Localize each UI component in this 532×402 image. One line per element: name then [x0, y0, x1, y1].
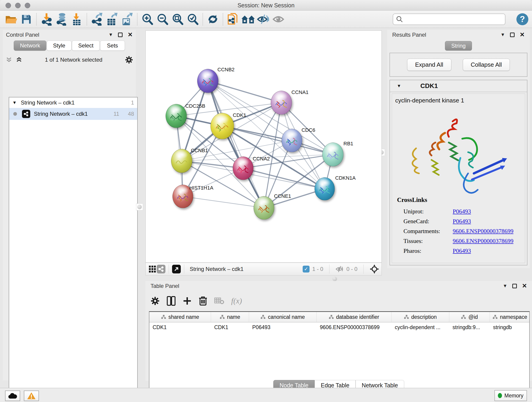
gear-icon[interactable]: [125, 56, 133, 64]
collapse-entry-caret-icon[interactable]: ▼: [397, 83, 401, 89]
refresh-layout-button[interactable]: [205, 12, 220, 26]
entry-header[interactable]: ▼ CDK1: [390, 80, 527, 92]
network-canvas[interactable]: CCNB2CCNA1CDC25BCDK1CDC6RB1CCNB1CCNA2CDK…: [146, 31, 382, 263]
cloud-status-button[interactable]: [5, 390, 20, 401]
column-header--id[interactable]: @id: [449, 312, 490, 322]
help-button[interactable]: ?: [516, 13, 528, 25]
panel-menu-caret-icon[interactable]: ▼: [500, 32, 505, 37]
table-cell: stringdb: [490, 322, 530, 332]
crosslink-link[interactable]: 9606.ENSP00000378699: [453, 238, 513, 245]
grid-view-icon[interactable]: [148, 265, 157, 274]
toolbar-separator: [137, 13, 138, 26]
column-header-namespace[interactable]: namespace: [490, 312, 530, 322]
close-panel-icon[interactable]: ✕: [520, 31, 525, 38]
save-session-button[interactable]: [19, 12, 34, 26]
network-node-cdc25b[interactable]: [166, 104, 187, 128]
open-in-window-icon[interactable]: [172, 265, 181, 274]
tab-style[interactable]: Style: [47, 41, 71, 51]
column-header-description[interactable]: description: [392, 312, 449, 322]
export-image-button[interactable]: [120, 12, 135, 26]
new-network-from-selection-button[interactable]: [225, 12, 241, 26]
tab-sets[interactable]: Sets: [100, 41, 125, 51]
string-network-icon: [22, 110, 30, 118]
crosslink-link[interactable]: 9606.ENSP00000378699: [453, 228, 513, 235]
network-edge[interactable]: [208, 81, 281, 103]
share-view-icon[interactable]: [157, 265, 165, 274]
network-node-cdkn1a[interactable]: [315, 177, 335, 200]
crosslink-link[interactable]: P06493: [453, 208, 471, 215]
zoom-fit-button[interactable]: [170, 12, 185, 26]
eye-icon: [272, 14, 284, 24]
float-panel-icon[interactable]: [510, 32, 515, 37]
tab-string[interactable]: String: [445, 41, 472, 51]
import-network-button[interactable]: [39, 12, 54, 26]
search-icon: [396, 16, 403, 24]
tab-select[interactable]: Select: [72, 41, 100, 51]
close-panel-icon[interactable]: ✕: [522, 282, 527, 289]
network-edges: [146, 31, 382, 263]
expand-all-button[interactable]: Expand All: [407, 59, 451, 71]
panel-menu-caret-icon[interactable]: ▼: [108, 32, 113, 37]
hide-selected-button[interactable]: [256, 12, 271, 26]
network-node-ccna2[interactable]: [233, 157, 253, 180]
float-panel-icon[interactable]: [512, 284, 517, 288]
collapse-all-button[interactable]: Collapse All: [463, 59, 510, 71]
import-table-icon: [71, 13, 82, 26]
panel-menu-caret-icon[interactable]: ▼: [503, 283, 507, 288]
close-panel-icon[interactable]: ✕: [128, 31, 133, 38]
column-header-database-identifier[interactable]: database identifier: [317, 312, 392, 322]
network-node-ccne1[interactable]: [254, 196, 274, 220]
crosslink-link[interactable]: P06493: [453, 218, 471, 225]
tab-network[interactable]: Network: [14, 41, 46, 51]
network-row-selected[interactable]: String Network – cdk1 11 48: [9, 108, 137, 120]
control-panel-tabs: NetworkStyleSelectSets: [3, 41, 136, 51]
gear-icon[interactable]: [151, 296, 160, 306]
memory-button[interactable]: Memory: [494, 390, 527, 401]
add-column-icon[interactable]: [183, 296, 192, 306]
network-collection-row[interactable]: ▼ String Network – cdk1 1: [9, 97, 137, 108]
crosshair-icon[interactable]: [370, 264, 379, 274]
network-node-cdc6[interactable]: [282, 129, 302, 152]
collapse-all-icon[interactable]: [6, 57, 12, 63]
table-row[interactable]: CDK1CDK1P064939606.ENSP00000378699cyclin…: [149, 322, 529, 332]
network-node-ccnb1[interactable]: [171, 149, 192, 173]
warning-status-button[interactable]: [24, 390, 39, 401]
column-header-canonical-name[interactable]: canonical name: [249, 312, 317, 322]
node-label-ccna1: CCNA1: [291, 89, 309, 95]
table-cell: stringdb:9...: [449, 322, 490, 332]
network-edge[interactable]: [183, 196, 264, 208]
column-header-label: shared name: [168, 314, 199, 320]
float-panel-icon[interactable]: [118, 32, 123, 37]
open-file-button[interactable]: [4, 12, 19, 26]
expand-caret-icon[interactable]: ▼: [12, 100, 17, 105]
export-network-button[interactable]: [89, 12, 104, 26]
import-database-button[interactable]: [54, 12, 69, 26]
left-splitter-handle[interactable]: [136, 204, 143, 211]
network-node-rb1[interactable]: [322, 143, 343, 166]
network-node-ccna1[interactable]: [271, 91, 292, 115]
network-edge[interactable]: [208, 81, 264, 208]
search-input[interactable]: [393, 13, 505, 25]
node-label-ccnb1: CCNB1: [191, 148, 208, 153]
crosslink-link[interactable]: P06493: [453, 248, 471, 254]
network-node-cdk1[interactable]: [210, 113, 234, 139]
zoom-selected-button[interactable]: [185, 12, 200, 26]
show-all-button[interactable]: [271, 12, 286, 26]
import-table-button[interactable]: [69, 12, 84, 26]
delete-column-icon[interactable]: [199, 296, 207, 306]
network-view-title: String Network – cdk1: [190, 266, 244, 272]
function-builder-icon[interactable]: f(x): [231, 297, 242, 305]
column-header-label: canonical name: [268, 314, 305, 320]
columns-icon[interactable]: [167, 296, 176, 306]
zoom-out-button[interactable]: [155, 12, 170, 26]
column-header-shared-name[interactable]: shared name: [149, 312, 211, 322]
column-header-name[interactable]: name: [211, 312, 249, 322]
network-edge[interactable]: [182, 161, 325, 189]
first-neighbors-button[interactable]: [241, 12, 256, 26]
zoom-in-button[interactable]: [140, 12, 155, 26]
export-table-button[interactable]: [104, 12, 120, 26]
network-tree: ▼ String Network – cdk1 1 String Network…: [9, 97, 138, 402]
delete-table-icon[interactable]: [214, 297, 224, 305]
expand-all-icon[interactable]: [16, 57, 22, 63]
network-node-ccnb2[interactable]: [197, 69, 218, 93]
